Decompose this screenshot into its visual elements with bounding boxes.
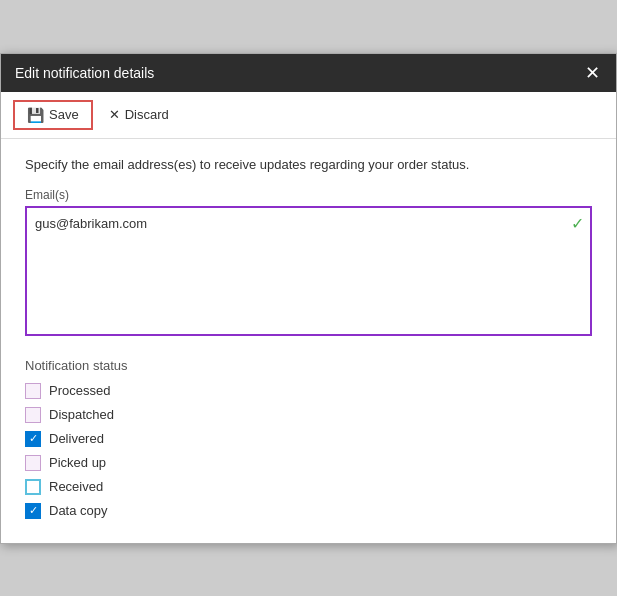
checkbox-datacopy[interactable]: ✓ — [25, 503, 41, 519]
list-item[interactable]: Processed — [25, 383, 592, 399]
email-field-label: Email(s) — [25, 188, 592, 202]
checkbox-processed[interactable] — [25, 383, 41, 399]
save-button[interactable]: 💾 Save — [13, 100, 93, 130]
checkbox-delivered-label: Delivered — [49, 431, 104, 446]
discard-button[interactable]: ✕ Discard — [97, 102, 181, 127]
save-label: Save — [49, 107, 79, 122]
checkbox-delivered[interactable]: ✓ — [25, 431, 41, 447]
checkbox-dispatched-label: Dispatched — [49, 407, 114, 422]
notification-status-label: Notification status — [25, 358, 592, 373]
dialog-titlebar: Edit notification details ✕ — [1, 54, 616, 92]
list-item[interactable]: ✓ Delivered — [25, 431, 592, 447]
list-item[interactable]: Received — [25, 479, 592, 495]
save-icon: 💾 — [27, 107, 44, 123]
checkbox-pickedup[interactable] — [25, 455, 41, 471]
list-item[interactable]: Picked up — [25, 455, 592, 471]
checkbox-processed-label: Processed — [49, 383, 110, 398]
edit-notification-dialog: Edit notification details ✕ 💾 Save ✕ Dis… — [0, 53, 617, 544]
close-button[interactable]: ✕ — [583, 64, 602, 82]
discard-icon: ✕ — [109, 107, 120, 122]
checkbox-received[interactable] — [25, 479, 41, 495]
toolbar: 💾 Save ✕ Discard — [1, 92, 616, 139]
email-textarea[interactable]: gus@fabrikam.com — [25, 206, 592, 336]
dialog-body: Specify the email address(es) to receive… — [1, 139, 616, 543]
checkbox-received-label: Received — [49, 479, 103, 494]
checkbox-dispatched[interactable] — [25, 407, 41, 423]
email-field-wrapper: gus@fabrikam.com ✓ — [25, 206, 592, 340]
email-valid-icon: ✓ — [571, 214, 584, 233]
checkbox-datacopy-label: Data copy — [49, 503, 108, 518]
discard-label: Discard — [125, 107, 169, 122]
list-item[interactable]: Dispatched — [25, 407, 592, 423]
list-item[interactable]: ✓ Data copy — [25, 503, 592, 519]
dialog-title: Edit notification details — [15, 65, 154, 81]
checkbox-pickedup-label: Picked up — [49, 455, 106, 470]
checkbox-list: Processed Dispatched ✓ Delivered Picked … — [25, 383, 592, 519]
description-text: Specify the email address(es) to receive… — [25, 157, 592, 172]
